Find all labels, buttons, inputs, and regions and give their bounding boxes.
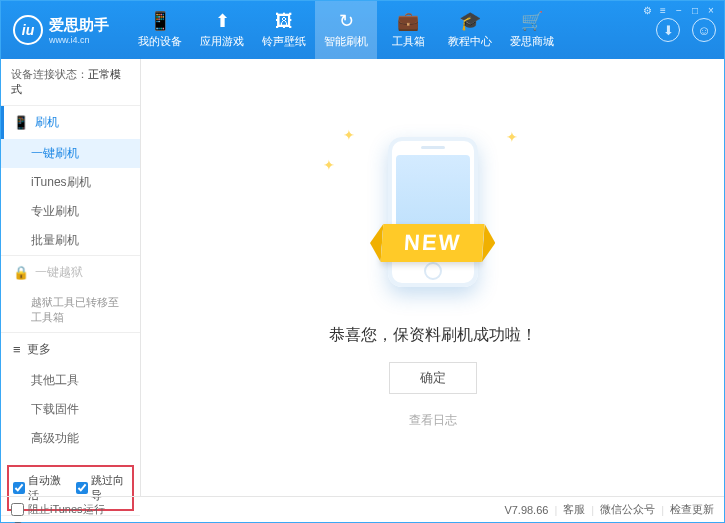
device-status: 设备连接状态：正常模式 xyxy=(1,59,140,105)
footer: 阻止iTunes运行 V7.98.66 | 客服 | 微信公众号 | 检查更新 xyxy=(1,496,724,522)
checkbox-block-itunes[interactable]: 阻止iTunes运行 xyxy=(11,502,105,517)
tutorial-icon: 🎓 xyxy=(459,11,481,31)
checkbox-skip-guide-input[interactable] xyxy=(76,482,88,494)
sidebar: 设备连接状态：正常模式 📱刷机 一键刷机 iTunes刷机 专业刷机 批量刷机 … xyxy=(1,59,141,496)
version-label: V7.98.66 xyxy=(504,504,548,516)
sb-item-batch[interactable]: 批量刷机 xyxy=(1,226,140,255)
app-title: 爱思助手 xyxy=(49,16,109,35)
titlebar-controls: ⚙ ≡ − □ × xyxy=(640,4,718,16)
sb-header-flash[interactable]: 📱刷机 xyxy=(1,106,140,139)
refresh-icon: ↻ xyxy=(339,11,354,31)
sb-item-other-tools[interactable]: 其他工具 xyxy=(1,366,140,395)
wechat-link[interactable]: 微信公众号 xyxy=(600,502,655,517)
success-illustration: ✦ ✦ ✦ NEW xyxy=(323,127,543,297)
body: 设备连接状态：正常模式 📱刷机 一键刷机 iTunes刷机 专业刷机 批量刷机 … xyxy=(1,59,724,496)
list-icon: ≡ xyxy=(13,342,21,357)
menu-icon[interactable]: ≡ xyxy=(656,4,670,16)
apps-icon: ⬆ xyxy=(215,11,230,31)
download-icon[interactable]: ⬇ xyxy=(656,18,680,42)
sb-header-jailbreak[interactable]: 🔒一键越狱 xyxy=(1,256,140,289)
sb-item-pro[interactable]: 专业刷机 xyxy=(1,197,140,226)
sparkle-icon: ✦ xyxy=(323,157,335,173)
check-update-link[interactable]: 检查更新 xyxy=(670,502,714,517)
success-message: 恭喜您，保资料刷机成功啦！ xyxy=(329,325,537,346)
checkbox-auto-activate-input[interactable] xyxy=(13,482,25,494)
tab-toolbox[interactable]: 💼工具箱 xyxy=(377,1,439,59)
sparkle-icon: ✦ xyxy=(506,129,518,145)
profile-icon[interactable]: ☺ xyxy=(692,18,716,42)
sparkle-icon: ✦ xyxy=(343,127,355,143)
store-icon: 🛒 xyxy=(521,11,543,31)
tab-tutorials[interactable]: 🎓教程中心 xyxy=(439,1,501,59)
sb-item-itunes[interactable]: iTunes刷机 xyxy=(1,168,140,197)
device-status-label: 设备连接状态： xyxy=(11,68,88,80)
sb-group-more: ≡更多 其他工具 下载固件 高级功能 xyxy=(1,332,140,453)
maximize-icon[interactable]: □ xyxy=(688,4,702,16)
phone-icon: 📱 xyxy=(13,115,29,130)
sb-item-advanced[interactable]: 高级功能 xyxy=(1,424,140,453)
tab-apps-games[interactable]: ⬆应用游戏 xyxy=(191,1,253,59)
wallpaper-icon: 🖼 xyxy=(275,11,293,31)
phone-icon: 📱 xyxy=(149,11,171,31)
confirm-button[interactable]: 确定 xyxy=(389,362,477,394)
tab-ringtones[interactable]: 🖼铃声壁纸 xyxy=(253,1,315,59)
sb-header-more[interactable]: ≡更多 xyxy=(1,333,140,366)
sb-group-flash: 📱刷机 一键刷机 iTunes刷机 专业刷机 批量刷机 xyxy=(1,105,140,255)
toolbox-icon: 💼 xyxy=(397,11,419,31)
sb-jailbreak-note: 越狱工具已转移至 工具箱 xyxy=(1,289,140,332)
checkbox-block-itunes-input[interactable] xyxy=(11,503,24,516)
sb-group-jailbreak: 🔒一键越狱 越狱工具已转移至 工具箱 xyxy=(1,255,140,332)
main-content: ✦ ✦ ✦ NEW 恭喜您，保资料刷机成功啦！ 确定 查看日志 xyxy=(141,59,724,496)
nav-tabs: 📱我的设备 ⬆应用游戏 🖼铃声壁纸 ↻智能刷机 💼工具箱 🎓教程中心 🛒爱思商城 xyxy=(129,1,563,59)
app-url: www.i4.cn xyxy=(49,35,109,45)
lock-icon: 🔒 xyxy=(13,265,29,280)
customer-service-link[interactable]: 客服 xyxy=(563,502,585,517)
logo: iu 爱思助手 www.i4.cn xyxy=(13,15,109,45)
phone-illustration xyxy=(388,137,478,287)
header: ⚙ ≡ − □ × iu 爱思助手 www.i4.cn 📱我的设备 ⬆应用游戏 … xyxy=(1,1,724,59)
app-window: ⚙ ≡ − □ × iu 爱思助手 www.i4.cn 📱我的设备 ⬆应用游戏 … xyxy=(0,0,725,523)
logo-icon: iu xyxy=(13,15,43,45)
minimize-icon[interactable]: − xyxy=(672,4,686,16)
tab-my-device[interactable]: 📱我的设备 xyxy=(129,1,191,59)
header-right: ⬇ ☺ xyxy=(656,18,716,42)
close-icon[interactable]: × xyxy=(704,4,718,16)
new-ribbon: NEW xyxy=(380,224,484,262)
sb-item-download-firmware[interactable]: 下载固件 xyxy=(1,395,140,424)
view-logs-link[interactable]: 查看日志 xyxy=(409,412,457,429)
sb-item-oneclick[interactable]: 一键刷机 xyxy=(1,139,140,168)
tab-smart-flash[interactable]: ↻智能刷机 xyxy=(315,1,377,59)
tab-store[interactable]: 🛒爱思商城 xyxy=(501,1,563,59)
settings-icon[interactable]: ⚙ xyxy=(640,4,654,16)
